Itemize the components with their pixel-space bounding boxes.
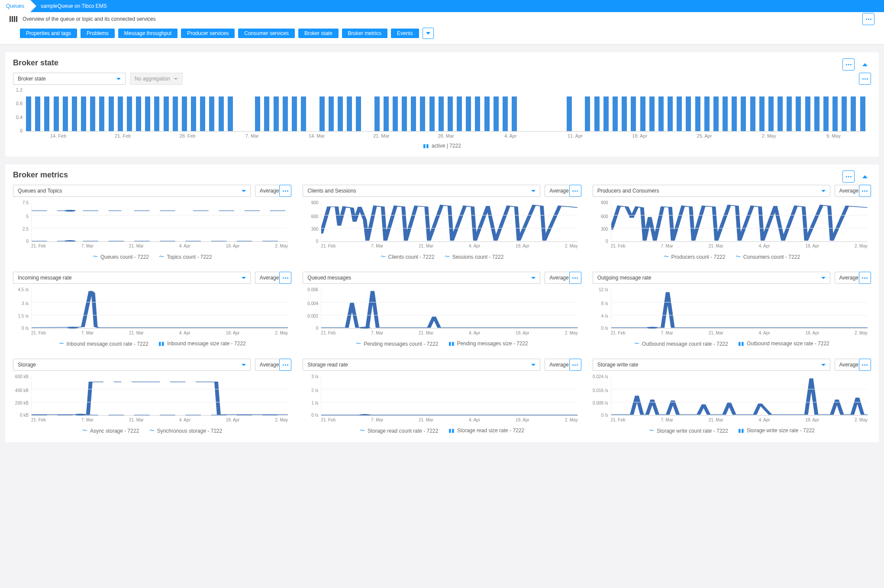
plot-area [321, 289, 578, 329]
metric-chart-2: Producers and Consumers Average 900 600 … [593, 185, 871, 260]
chart-legend: 〜Storage read count rate - 7222 ▮▮Storag… [303, 427, 581, 434]
metric-selector[interactable]: Incoming message rate [13, 272, 251, 284]
chart-more-button[interactable] [279, 185, 291, 197]
metric-selector[interactable]: Storage [13, 359, 251, 371]
bar-icon: ▮▮ [158, 341, 165, 347]
line-icon: 〜 [736, 253, 741, 260]
tab-problems[interactable]: Problems [81, 29, 115, 38]
chart-area[interactable]: 12 /s 8 /s 4 /s 0 /s 21. Feb7. Mar21. Ma… [593, 287, 871, 338]
selector-label: Average [549, 362, 568, 368]
metric-selector[interactable]: Queued messages [303, 272, 540, 284]
tab-message-throughput[interactable]: Message throughput [118, 29, 177, 38]
metric-selector[interactable]: Producers and Consumers [593, 185, 830, 197]
chart-more-button[interactable] [569, 272, 581, 284]
metric-chart-1: Clients and Sessions Average 900 600 300… [303, 185, 581, 260]
queue-icon [10, 16, 18, 22]
x-axis: 21. Feb7. Mar21. Mar4. Apr18. Apr2. May [611, 418, 868, 424]
selector-label: Average [260, 275, 279, 281]
metric-selector[interactable]: Outgoing message rate [593, 272, 830, 284]
broker-state-legend: ▮▮active | 7222 [13, 143, 871, 149]
x-axis: 21. Feb7. Mar21. Mar4. Apr18. Apr2. May [321, 244, 578, 251]
pills-overflow-button[interactable] [423, 28, 434, 39]
broker-state-chart[interactable]: 1.2 0.8 0.4 0 14. Feb21. Feb28. Feb7. Ma… [13, 89, 871, 141]
selector-label: Average [549, 275, 568, 281]
svg-point-4 [646, 327, 658, 328]
y-axis: 0.006 0.004 0.002 0 [303, 289, 320, 329]
svg-point-2 [67, 327, 78, 328]
metric-selector[interactable]: Storage write rate [593, 359, 830, 371]
line-icon: 〜 [360, 427, 365, 434]
broker-metrics-collapse-button[interactable] [859, 170, 871, 183]
metric-selector[interactable]: Storage read rate [303, 359, 540, 371]
chart-more-button[interactable] [569, 185, 581, 197]
chart-area[interactable]: 900 600 300 0 21. Feb7. Mar21. Mar4. Apr… [593, 200, 871, 251]
line-icon: 〜 [381, 253, 386, 260]
chevron-up-icon [862, 63, 868, 66]
chart-more-button[interactable] [569, 359, 581, 371]
metric-chart-6: Storage Average 600 kB 400 kB 200 kB 0 k… [13, 359, 291, 434]
tab-broker-state[interactable]: Broker state [298, 29, 339, 38]
chart-area[interactable]: 0.006 0.004 0.002 0 21. Feb7. Mar21. Mar… [303, 287, 581, 338]
tab-events[interactable]: Events [391, 29, 419, 38]
metric-chart-5: Outgoing message rate Average 12 /s 8 /s… [593, 272, 871, 347]
header-row: Overview of the queue or topic and its c… [0, 12, 884, 26]
chart-area[interactable]: 4.5 /s 3 /s 1.5 /s 0 /s 21. Feb7. Mar21.… [13, 287, 291, 338]
chart-area[interactable]: 900 600 300 0 21. Feb7. Mar21. Mar4. Apr… [303, 200, 581, 251]
metric-selector[interactable]: Queues and Topics [13, 185, 251, 197]
y-axis: 4.5 /s 3 /s 1.5 /s 0 /s [13, 289, 30, 329]
chart-legend: 〜Inbound message count rate - 7222 ▮▮Inb… [13, 340, 291, 347]
selector-label: Average [839, 275, 858, 281]
plot-area [611, 289, 868, 329]
bar-icon: ▮▮ [448, 341, 455, 347]
selector-label: Queues and Topics [18, 188, 62, 194]
selector-label: Outgoing message rate [597, 275, 652, 281]
broker-state-chart-more-button[interactable] [859, 73, 871, 85]
chart-more-button[interactable] [279, 272, 291, 284]
svg-point-6 [359, 414, 371, 415]
svg-point-1 [65, 240, 76, 241]
chart-legend: 〜Async storage - 7222 〜Synchronous stora… [13, 427, 291, 434]
header-more-button[interactable] [862, 13, 874, 25]
chart-more-button[interactable] [859, 359, 871, 371]
tab-consumer-services[interactable]: Consumer services [238, 29, 295, 38]
broker-state-collapse-button[interactable] [859, 58, 871, 71]
line-icon: 〜 [59, 340, 64, 347]
tab-broker-metrics[interactable]: Broker metrics [342, 29, 387, 38]
selector-label: Storage write rate [597, 362, 639, 368]
tab-properties-and-tags[interactable]: Properties and tags [20, 29, 77, 38]
chart-more-button[interactable] [859, 272, 871, 284]
metric-chart-8: Storage write rate Average 0.024 /s 0.01… [593, 359, 871, 434]
bar-icon: ▮▮ [448, 427, 455, 434]
plot-area [611, 202, 868, 242]
line-icon: 〜 [356, 340, 361, 347]
chart-area[interactable]: 3 /s 2 /s 1 /s 0 /s 21. Feb7. Mar21. Mar… [303, 374, 581, 425]
svg-point-5 [75, 414, 86, 415]
broker-state-more-button[interactable] [842, 58, 855, 71]
chart-area[interactable]: 0.024 /s 0.016 /s 0.008 /s 0 /s 21. Feb7… [593, 374, 871, 425]
tab-producer-services[interactable]: Producer services [181, 29, 235, 38]
plot-area [611, 376, 868, 416]
y-axis: 0.024 /s 0.016 /s 0.008 /s 0 /s [593, 376, 610, 416]
metric-selector[interactable]: Clients and Sessions [303, 185, 540, 197]
chart-more-button[interactable] [859, 185, 871, 197]
broker-state-metric-selector[interactable]: Broker state [13, 73, 126, 85]
x-axis: 21. Feb7. Mar21. Mar4. Apr18. Apr2. May [31, 331, 288, 337]
chart-area[interactable]: 7.5 5 2.5 0 21. Feb7. Mar21. Mar4. Apr18… [13, 200, 291, 251]
chart-legend: 〜Pending messages count - 7222 ▮▮Pending… [303, 340, 581, 347]
chart-more-button[interactable] [279, 359, 291, 371]
broker-metrics-title: Broker metrics [13, 170, 871, 180]
y-axis: 1.2 0.8 0.4 0 [13, 89, 24, 132]
y-axis: 900 600 300 0 [303, 202, 320, 242]
y-axis: 7.5 5 2.5 0 [13, 202, 30, 242]
selector-label: Storage read rate [307, 362, 348, 368]
broker-metrics-more-button[interactable] [842, 170, 855, 183]
bar-icon: ▮▮ [423, 143, 429, 149]
y-axis: 600 kB 400 kB 200 kB 0 kB [13, 376, 30, 416]
breadcrumb-root[interactable]: Queues [0, 0, 30, 12]
line-icon: 〜 [159, 253, 164, 260]
x-axis: 21. Feb7. Mar21. Mar4. Apr18. Apr2. May [611, 244, 868, 251]
breadcrumb: Queues sampleQueue on Tibco EMS [0, 0, 884, 12]
selector-label: Average [549, 188, 568, 194]
chart-area[interactable]: 600 kB 400 kB 200 kB 0 kB 21. Feb7. Mar2… [13, 374, 291, 425]
line-icon: 〜 [82, 427, 87, 434]
